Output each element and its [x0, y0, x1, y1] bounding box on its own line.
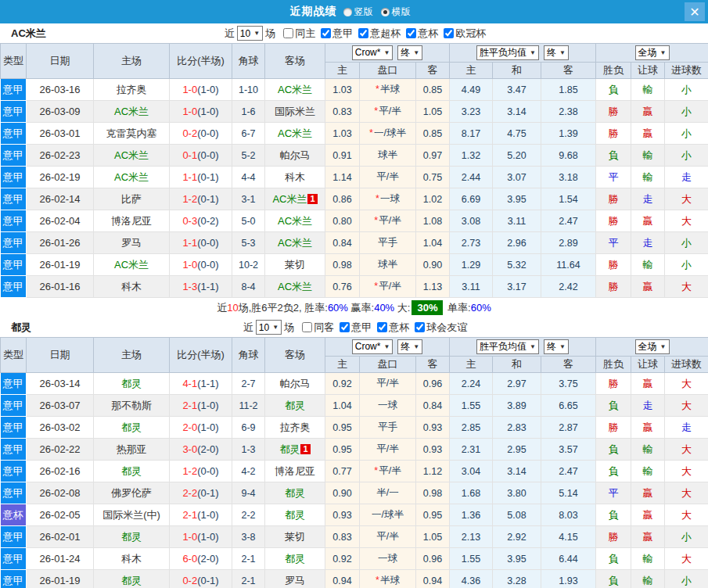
filter-checkbox-同主[interactable]: 同主	[278, 27, 315, 41]
odds-away: 0.94	[416, 570, 450, 588]
checkbox-input[interactable]	[377, 322, 387, 332]
result-handicap: 輸	[631, 167, 665, 188]
filter-checkbox-意杯[interactable]: 意杯	[372, 321, 409, 335]
filter-checkbox-球会友谊[interactable]: 球会友谊	[409, 321, 467, 335]
avg-metric-select[interactable]: 胜平负均值	[476, 45, 539, 60]
col-score: 比分(半场)	[170, 338, 232, 373]
filter-checkbox-意甲[interactable]: 意甲	[315, 27, 353, 41]
odds-home: 0.77	[325, 461, 360, 482]
checkbox-input[interactable]	[406, 28, 416, 38]
away-team-name: 莱切	[285, 259, 305, 271]
home-team: 科木	[94, 548, 170, 570]
result-outcome: 平	[596, 167, 631, 188]
close-button[interactable]: ✕	[685, 2, 705, 21]
avg-away: 2.87	[541, 417, 596, 439]
match-row: 意甲26-03-09AC米兰1-0(1-0)1-6国际米兰0.83*平/半1.0…	[1, 101, 708, 123]
checkbox-input[interactable]	[415, 322, 425, 332]
home-team-name: AC米兰	[114, 259, 149, 271]
handicap-line: 半/一	[376, 487, 398, 498]
col-avg-draw: 和	[493, 357, 541, 373]
layout-radio-selected[interactable]: 横版	[381, 5, 411, 19]
away-team-name: 罗马	[285, 575, 305, 586]
odds-home: 1.03	[325, 123, 360, 145]
away-team: 博洛尼亚	[265, 461, 325, 482]
league-badge: 意甲	[1, 417, 27, 439]
result-handicap: 贏	[631, 123, 665, 145]
handicap-line: 平手	[378, 237, 397, 248]
avg-draw: 3.80	[493, 482, 541, 504]
away-team: AC米兰	[265, 123, 325, 145]
result-handicap: 輸	[631, 145, 665, 167]
odds-handicap: 平/半	[360, 526, 416, 548]
avg-metric-select[interactable]: 胜平负均值	[476, 339, 539, 354]
odds-away: 1.08	[416, 210, 450, 232]
result-goals: 小	[665, 101, 708, 123]
recent-label: 近	[225, 27, 235, 41]
handicap-line: 平/半	[379, 465, 401, 476]
full-time-score: 2-1	[182, 509, 197, 521]
match-score: 1-1(0-1)	[170, 167, 232, 188]
checkbox-input[interactable]	[302, 322, 312, 332]
result-goals: 大	[665, 188, 708, 210]
handicap-line: 平/半	[379, 281, 401, 292]
odds-stage-select[interactable]: 终	[397, 45, 422, 60]
filter-checkbox-意甲[interactable]: 意甲	[334, 321, 372, 335]
checkbox-label: 球会友谊	[426, 321, 467, 335]
layout-radio-option[interactable]: 竖版	[343, 5, 373, 19]
match-date: 26-02-05	[27, 504, 94, 526]
checkbox-input[interactable]	[340, 322, 350, 332]
checkbox-input[interactable]	[444, 28, 454, 38]
odds-handicap: 一球	[360, 395, 416, 417]
checkbox-input[interactable]	[283, 28, 293, 38]
home-team-name: 那不勒斯	[111, 400, 152, 411]
odds-home: 0.76	[325, 276, 360, 298]
corner-score: 1-6	[232, 101, 265, 123]
odds-company-select[interactable]: Crow*	[352, 339, 394, 354]
col-avg-home: 主	[450, 63, 493, 79]
result-handicap: 贏	[631, 373, 665, 395]
avg-stage-select[interactable]: 终	[544, 45, 569, 60]
result-goals: 小	[665, 570, 708, 588]
league-badge: 意甲	[1, 526, 27, 548]
summary-segment: 40%	[374, 302, 394, 314]
result-outcome: 勝	[596, 210, 631, 232]
filter-checkbox-欧冠杯[interactable]: 欧冠杯	[438, 27, 486, 41]
handicap-line: 平手	[378, 421, 397, 432]
league-badge: 意甲	[1, 461, 27, 482]
col-odds-away: 客	[416, 357, 450, 373]
corner-score: 3-1	[232, 188, 265, 210]
period-select[interactable]: 10	[237, 26, 263, 41]
odds-company-select[interactable]: Crow*	[352, 45, 394, 60]
away-team: 帕尔马	[265, 373, 325, 395]
home-team-name: AC米兰	[114, 149, 149, 161]
radio-icon[interactable]	[343, 8, 352, 16]
odds-away: 0.85	[416, 123, 450, 145]
period-select[interactable]: 10	[256, 320, 282, 335]
avg-home: 2.44	[450, 167, 493, 188]
radio-icon[interactable]	[381, 8, 390, 16]
match-date: 26-02-16	[27, 461, 94, 482]
scope-select[interactable]: 全场	[635, 339, 670, 354]
home-team: AC米兰	[94, 145, 170, 167]
odds-stage-select[interactable]: 终	[397, 339, 422, 354]
avg-stage-select[interactable]: 终	[544, 339, 569, 354]
result-outcome: 負	[596, 461, 631, 482]
result-outcome: 勝	[596, 526, 631, 548]
avg-home: 3.23	[450, 101, 493, 123]
match-date: 26-02-14	[27, 188, 94, 210]
checkbox-input[interactable]	[321, 28, 331, 38]
card-badge: 1	[300, 444, 310, 454]
filter-checkbox-意超杯[interactable]: 意超杯	[353, 27, 401, 41]
filter-checkbox-同客[interactable]: 同客	[296, 321, 334, 335]
full-time-score: 3-0	[182, 443, 197, 455]
scope-select[interactable]: 全场	[635, 45, 670, 60]
filter-checkbox-意杯[interactable]: 意杯	[401, 27, 438, 41]
result-outcome: 平	[596, 482, 631, 504]
col-result: 胜负	[596, 357, 631, 373]
odds-handicap: 一球	[360, 548, 416, 570]
away-team-name: 帕尔马	[280, 149, 311, 161]
avg-draw: 3.28	[493, 570, 541, 588]
odds-home: 0.84	[325, 232, 360, 254]
odds-home: 0.90	[325, 482, 360, 504]
checkbox-input[interactable]	[358, 28, 368, 38]
